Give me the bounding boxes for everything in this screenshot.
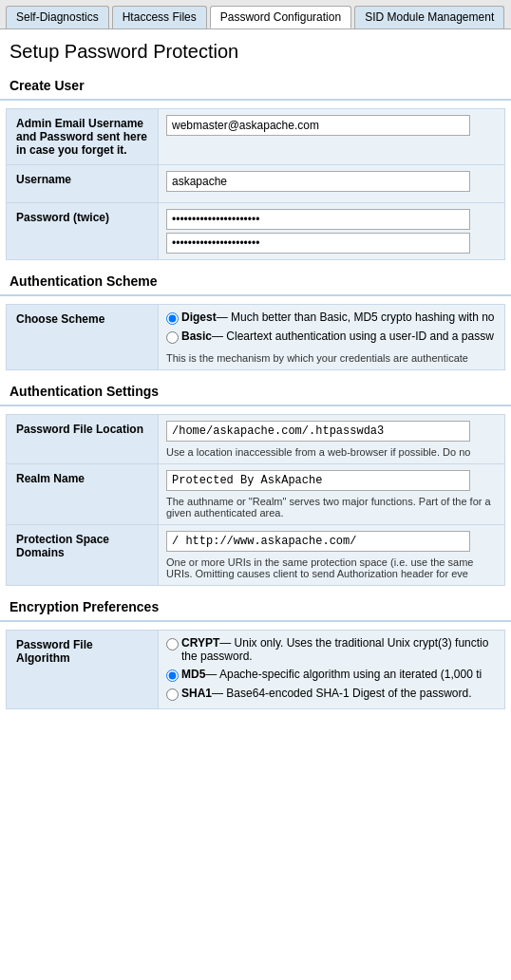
create-user-heading: Create User (0, 72, 511, 101)
encryption-section: Encryption Preferences Password File Alg… (0, 594, 511, 709)
tab-self-diagnostics[interactable]: Self-Diagnostics (6, 6, 109, 28)
choose-scheme-content: Digest— Much better than Basic, MD5 cryp… (159, 305, 504, 369)
admin-email-content (159, 109, 504, 164)
auth-scheme-form: Choose Scheme Digest— Much better than B… (6, 304, 505, 370)
basic-option: Basic— Cleartext authentication using a … (166, 330, 497, 344)
tab-htaccess-files[interactable]: Htaccess Files (112, 6, 207, 28)
realm-name-label: Realm Name (7, 464, 159, 524)
sha1-radio[interactable] (166, 688, 179, 701)
md5-option: MD5— Apache-specific algorithm using an … (166, 668, 497, 682)
protection-space-content: One or more URIs in the same protection … (159, 525, 504, 585)
md5-label: MD5— Apache-specific algorithm using an … (181, 668, 482, 681)
create-user-section: Create User Admin Email Username and Pas… (0, 72, 511, 260)
crypt-option: CRYPT— Unix only. Uses the traditional U… (166, 636, 497, 663)
encryption-form: Password File Algorithm CRYPT— Unix only… (6, 630, 505, 709)
realm-name-content: The authname or "Realm" serves two major… (159, 464, 504, 524)
basic-label: Basic— Cleartext authentication using a … (181, 330, 494, 343)
pw-algo-label: Password File Algorithm (7, 631, 159, 708)
username-row: Username (7, 165, 504, 203)
choose-scheme-label: Choose Scheme (7, 305, 159, 369)
md5-radio[interactable] (166, 669, 179, 682)
pw-file-location-hint: Use a location inaccessible from a web-b… (166, 446, 497, 458)
username-input[interactable] (166, 171, 470, 192)
tab-password-configuration[interactable]: Password Configuration (210, 6, 351, 28)
username-label: Username (7, 165, 159, 202)
sha1-label: SHA1— Base64-encoded SHA-1 Digest of the… (181, 687, 472, 700)
digest-option: Digest— Much better than Basic, MD5 cryp… (166, 311, 497, 325)
auth-settings-heading: Authentication Settings (0, 378, 511, 406)
auth-settings-form: Password File Location Use a location in… (6, 414, 505, 586)
encryption-heading: Encryption Preferences (0, 594, 511, 622)
pw-algo-row: Password File Algorithm CRYPT— Unix only… (7, 631, 504, 708)
tab-sid-module-management[interactable]: SID Module Management (354, 6, 504, 28)
pw-file-location-input[interactable] (166, 421, 470, 442)
digest-label: Digest— Much better than Basic, MD5 cryp… (181, 311, 495, 324)
create-user-form: Admin Email Username and Password sent h… (6, 108, 505, 260)
username-content (159, 165, 504, 202)
protection-space-row: Protection Space Domains One or more URI… (7, 525, 504, 585)
password-input-2[interactable] (166, 233, 470, 254)
realm-name-hint: The authname or "Realm" serves two major… (166, 496, 497, 518)
password-label: Password (twice) (7, 203, 159, 259)
crypt-label: CRYPT— Unix only. Uses the traditional U… (181, 636, 497, 663)
protection-space-label: Protection Space Domains (7, 525, 159, 585)
password-input-1[interactable] (166, 209, 470, 230)
crypt-radio[interactable] (166, 638, 179, 650)
protection-space-input[interactable] (166, 531, 470, 552)
page-title: Setup Password Protection (0, 29, 511, 72)
realm-name-input[interactable] (166, 470, 470, 491)
auth-settings-section: Authentication Settings Password File Lo… (0, 378, 511, 586)
choose-scheme-row: Choose Scheme Digest— Much better than B… (7, 305, 504, 369)
sha1-option: SHA1— Base64-encoded SHA-1 Digest of the… (166, 687, 497, 701)
pw-algo-content: CRYPT— Unix only. Uses the traditional U… (159, 631, 504, 708)
protection-space-hint: One or more URIs in the same protection … (166, 556, 497, 579)
auth-scheme-heading: Authentication Scheme (0, 268, 511, 296)
scheme-hint: This is the mechanism by which your cred… (166, 352, 497, 364)
tab-bar: Self-Diagnostics Htaccess Files Password… (0, 0, 511, 29)
pw-file-location-row: Password File Location Use a location in… (7, 415, 504, 464)
auth-scheme-section: Authentication Scheme Choose Scheme Dige… (0, 268, 511, 370)
admin-email-input[interactable] (166, 115, 470, 136)
pw-file-location-content: Use a location inaccessible from a web-b… (159, 415, 504, 463)
password-content (159, 203, 504, 259)
pw-file-location-label: Password File Location (7, 415, 159, 463)
digest-radio[interactable] (166, 312, 179, 325)
admin-email-row: Admin Email Username and Password sent h… (7, 109, 504, 165)
basic-radio[interactable] (166, 331, 179, 344)
password-row: Password (twice) (7, 203, 504, 259)
realm-name-row: Realm Name The authname or "Realm" serve… (7, 464, 504, 525)
admin-email-label: Admin Email Username and Password sent h… (7, 109, 159, 164)
